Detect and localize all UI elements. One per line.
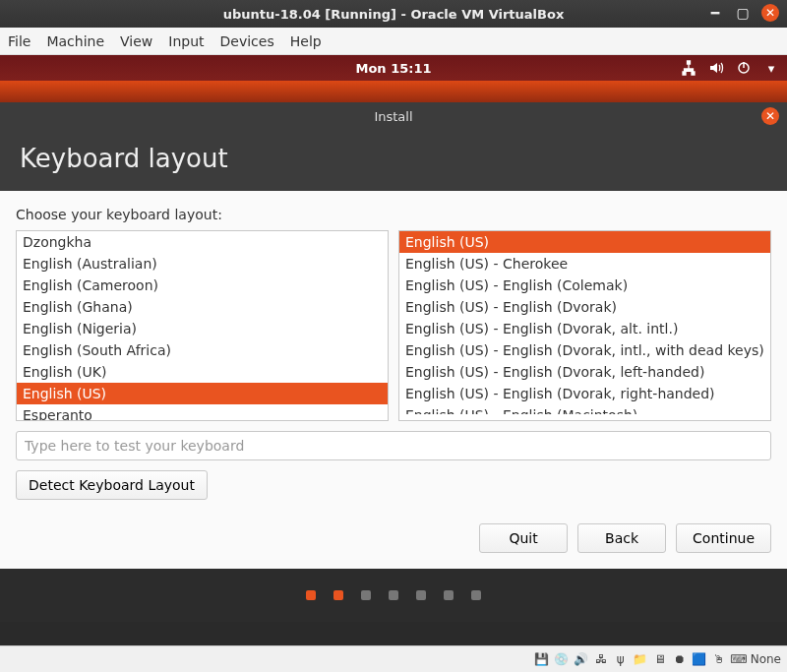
list-item[interactable]: English (US) - Cherokee — [399, 253, 770, 275]
minimize-button[interactable]: ━ — [706, 4, 724, 22]
network-status-icon: 🖧 — [593, 651, 609, 667]
progress-dot — [416, 590, 426, 600]
installer-window-title: Install — [374, 109, 412, 124]
optical-icon: 💿 — [554, 651, 570, 667]
list-item[interactable]: English (US) - English (Dvorak, left-han… — [399, 361, 770, 383]
detect-keyboard-button[interactable]: Detect Keyboard Layout — [16, 470, 208, 500]
list-item[interactable]: Esperanto — [17, 404, 388, 421]
continue-button[interactable]: Continue — [676, 523, 771, 553]
vbox-window-title: ubuntu-18.04 [Running] - Oracle VM Virtu… — [223, 7, 565, 22]
page-title: Keyboard layout — [20, 144, 767, 173]
volume-icon[interactable] — [708, 60, 724, 76]
list-item[interactable]: English (US) - English (Colemak) — [399, 275, 770, 296]
keyboard-capture-icon: ⌨ — [731, 651, 747, 667]
list-item[interactable]: English (South Africa) — [17, 339, 388, 361]
list-item[interactable]: English (Cameroon) — [17, 275, 388, 296]
vbox-menu-help[interactable]: Help — [290, 33, 322, 49]
vbox-menu-devices[interactable]: Devices — [220, 33, 274, 49]
list-item[interactable]: English (Australian) — [17, 253, 388, 275]
vbox-menu-file[interactable]: File — [8, 33, 30, 49]
installer-close-button[interactable]: ✕ — [761, 107, 779, 125]
list-item[interactable]: English (US) - English (Dvorak, right-ha… — [399, 383, 770, 404]
keyboard-language-list[interactable]: DzongkhaEnglish (Australian)English (Cam… — [16, 230, 389, 421]
list-item[interactable]: Dzongkha — [17, 231, 388, 253]
ubuntu-gradient-strip — [0, 81, 787, 102]
vbox-titlebar: ubuntu-18.04 [Running] - Oracle VM Virtu… — [0, 0, 787, 28]
list-item[interactable]: English (US) - English (Dvorak) — [399, 296, 770, 318]
shared-folder-icon: 📁 — [633, 651, 648, 667]
list-item[interactable]: English (US) — [17, 383, 388, 404]
progress-dot — [333, 590, 343, 600]
progress-dot — [471, 590, 481, 600]
list-item[interactable]: English (US) — [399, 231, 770, 253]
vbox-menu-machine[interactable]: Machine — [46, 33, 104, 49]
list-item[interactable]: English (UK) — [17, 361, 388, 383]
list-item[interactable]: English (US) - English (Dvorak, alt. int… — [399, 318, 770, 339]
installer-titlebar: Install ✕ — [0, 102, 787, 130]
clock: Mon 15:11 — [355, 61, 431, 76]
keyboard-variant-list[interactable]: English (US)English (US) - CherokeeEngli… — [398, 230, 771, 421]
usb-icon: ψ — [613, 651, 629, 667]
progress-dot — [389, 590, 398, 600]
progress-dot — [444, 590, 454, 600]
list-item[interactable]: English (US) - English (Dvorak, intl., w… — [399, 339, 770, 361]
vbox-statusbar: 💾 💿 🔊 🖧 ψ 📁 🖥 ⏺ 🟦 🖱 ⌨ None — [0, 645, 787, 672]
host-key-label: None — [751, 652, 781, 666]
quit-button[interactable]: Quit — [479, 523, 568, 553]
chevron-down-icon[interactable]: ▾ — [763, 60, 779, 76]
progress-dot — [306, 590, 316, 600]
network-icon[interactable] — [681, 60, 696, 76]
progress-dot — [361, 590, 371, 600]
vbox-menubar: FileMachineViewInputDevicesHelp — [0, 28, 787, 55]
vbox-menu-view[interactable]: View — [120, 33, 152, 49]
maximize-button[interactable]: ▢ — [734, 4, 752, 22]
ubuntu-topbar: Mon 15:11 ▾ — [0, 55, 787, 81]
guest-display: Mon 15:11 ▾ Install ✕ Keyboard layout Ch… — [0, 55, 787, 645]
hdd-icon: 💾 — [534, 651, 550, 667]
progress-dots — [0, 569, 787, 622]
installer-body: Choose your keyboard layout: DzongkhaEng… — [0, 191, 787, 569]
vm-state-icon: 🟦 — [692, 651, 707, 667]
close-button[interactable]: ✕ — [761, 4, 779, 22]
back-button[interactable]: Back — [577, 523, 666, 553]
display-icon: 🖥 — [652, 651, 668, 667]
list-item[interactable]: English (Nigeria) — [17, 318, 388, 339]
list-item[interactable]: English (Ghana) — [17, 296, 388, 318]
power-icon[interactable] — [736, 60, 752, 76]
recording-icon: ⏺ — [672, 651, 688, 667]
mouse-integration-icon: 🖱 — [711, 651, 727, 667]
vbox-menu-input[interactable]: Input — [168, 33, 204, 49]
prompt-label: Choose your keyboard layout: — [16, 207, 771, 222]
list-item[interactable]: English (US) - English (Macintosh) — [399, 404, 770, 414]
installer-header: Keyboard layout — [0, 130, 787, 191]
keyboard-test-input[interactable] — [16, 431, 771, 460]
audio-icon: 🔊 — [574, 651, 589, 667]
